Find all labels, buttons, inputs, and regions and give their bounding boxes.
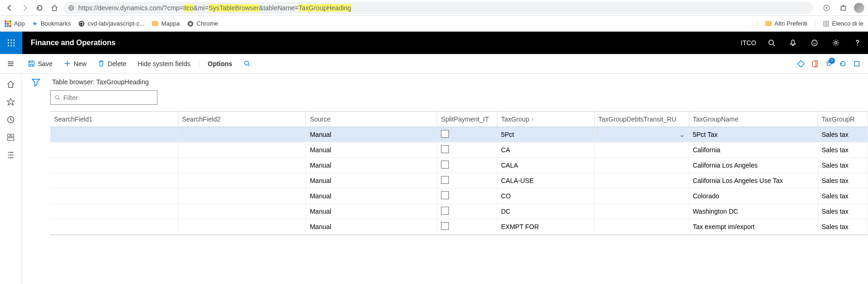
settings-ext-icon[interactable] [821, 2, 833, 14]
cell-taxgroupr[interactable]: Sales tax [818, 173, 868, 189]
cell-source[interactable]: Manual [306, 219, 437, 235]
bookmarks-shortcut[interactable]: ★ Bookmarks [32, 20, 71, 27]
cell-splitpayment[interactable] [437, 219, 497, 235]
mappa-shortcut[interactable]: Mappa [152, 20, 180, 27]
back-button[interactable] [4, 2, 16, 14]
delete-button[interactable]: Delete [93, 54, 131, 74]
cell-searchfield1[interactable] [50, 158, 178, 173]
github-shortcut[interactable]: cvd-lab/javascript-c... [78, 20, 144, 27]
recent-nav-icon[interactable] [7, 115, 15, 124]
column-header[interactable]: TaxGroupDebtsTransit_RU [594, 112, 689, 127]
cell-splitpayment[interactable] [437, 127, 497, 142]
hide-fields-button[interactable]: Hide system fields [133, 54, 195, 74]
chrome-shortcut[interactable]: Chrome [187, 20, 218, 27]
office-icon[interactable] [811, 60, 819, 68]
cell-searchfield2[interactable] [178, 173, 305, 189]
cell-taxgroupname[interactable]: California [689, 142, 818, 158]
forward-button[interactable] [19, 2, 31, 14]
cell-taxgroupname[interactable]: 5Pct Tax [689, 127, 818, 142]
column-header[interactable]: SearchField2 [178, 112, 305, 127]
cell-source[interactable]: Manual [306, 189, 437, 204]
company-code[interactable]: ITCO [736, 39, 761, 47]
nav-toggle[interactable] [0, 54, 21, 74]
cell-taxgroupname[interactable]: California Los Angeles Use Tax [689, 173, 818, 189]
checkbox[interactable] [441, 161, 449, 169]
cell-taxgroupname[interactable]: California Los Angeles [689, 158, 818, 173]
checkbox[interactable] [441, 222, 449, 230]
cell-searchfield2[interactable] [178, 204, 305, 219]
extensions-icon[interactable] [837, 2, 849, 14]
table-row[interactable]: ManualCOColoradoSales tax [50, 189, 868, 204]
cell-taxgroupr[interactable]: Sales tax [818, 219, 868, 235]
cell-debstransit[interactable] [594, 173, 689, 189]
table-row[interactable]: ManualEXMPT FORTax exempt im/exportSales… [50, 219, 868, 235]
cell-taxgroup[interactable]: CA [497, 142, 594, 158]
cell-searchfield2[interactable] [178, 142, 305, 158]
cell-taxgroupr[interactable]: Sales tax [818, 204, 868, 219]
cell-splitpayment[interactable] [437, 142, 497, 158]
cell-debstransit[interactable] [594, 204, 689, 219]
cell-taxgroupr[interactable]: Sales tax [818, 189, 868, 204]
cell-debstransit[interactable] [594, 189, 689, 204]
altri-preferiti[interactable]: Altri Preferiti [765, 20, 807, 27]
feedback-button[interactable] [804, 32, 825, 54]
cell-debstransit[interactable] [594, 219, 689, 235]
cell-searchfield1[interactable] [50, 142, 178, 158]
search-button[interactable] [761, 32, 782, 54]
filter-pane-icon[interactable] [32, 78, 40, 284]
cell-taxgroup[interactable]: 5Pct [497, 127, 594, 142]
cell-taxgroupname[interactable]: Tax exempt im/export [689, 219, 818, 235]
cell-source[interactable]: Manual [306, 204, 437, 219]
workspaces-nav-icon[interactable] [7, 133, 15, 142]
cell-splitpayment[interactable] [437, 189, 497, 204]
column-header[interactable]: SearchField1 [50, 112, 178, 127]
apps-shortcut[interactable]: App [5, 20, 25, 27]
diamond-icon[interactable] [797, 60, 805, 68]
cell-searchfield1[interactable] [50, 127, 178, 142]
cell-searchfield1[interactable] [50, 189, 178, 204]
cell-source[interactable]: Manual [306, 142, 437, 158]
cell-searchfield1[interactable] [50, 219, 178, 235]
new-button[interactable]: New [59, 54, 91, 74]
notifications-button[interactable] [782, 32, 804, 54]
checkbox[interactable] [441, 191, 449, 199]
cell-searchfield2[interactable] [178, 127, 305, 142]
cell-taxgroupr[interactable]: Sales tax [818, 127, 868, 142]
modules-nav-icon[interactable] [7, 151, 15, 159]
cell-debstransit[interactable]: ⌄ [594, 127, 689, 142]
refresh-icon[interactable] [839, 60, 847, 68]
reading-list[interactable]: Elenco di le [823, 20, 863, 27]
cell-taxgroupname[interactable]: Colorado [689, 189, 818, 204]
cell-taxgroup[interactable]: CO [497, 189, 594, 204]
checkbox[interactable] [441, 207, 449, 215]
address-bar[interactable]: https://devenv.dynamics.com/?cmp=itco&mi… [63, 2, 813, 14]
cell-taxgroup[interactable]: EXMPT FOR [497, 219, 594, 235]
popout-icon[interactable] [853, 60, 861, 68]
column-header-sorted[interactable]: TaxGroup↑ [497, 112, 594, 127]
app-launcher[interactable] [0, 32, 22, 54]
table-row[interactable]: ManualCALA-USECalifornia Los Angeles Use… [50, 173, 868, 189]
table-row[interactable]: Manual5Pct⌄5Pct TaxSales tax [50, 127, 868, 142]
home-button[interactable] [48, 2, 61, 14]
cell-debstransit[interactable] [594, 158, 689, 173]
settings-button[interactable] [825, 32, 847, 54]
favorites-nav-icon[interactable] [7, 98, 15, 106]
cell-source[interactable]: Manual [306, 127, 437, 142]
column-header[interactable]: TaxGroupR [818, 112, 868, 127]
cell-searchfield2[interactable] [178, 189, 305, 204]
cell-source[interactable]: Manual [306, 173, 437, 189]
home-nav-icon[interactable] [7, 80, 15, 88]
cell-source[interactable]: Manual [306, 158, 437, 173]
column-header[interactable]: Source [306, 112, 437, 127]
cell-searchfield1[interactable] [50, 204, 178, 219]
options-button[interactable]: Options [203, 54, 237, 74]
reload-button[interactable] [34, 2, 46, 14]
table-row[interactable]: ManualCALACalifornia Los AngelesSales ta… [50, 158, 868, 173]
cell-splitpayment[interactable] [437, 173, 497, 189]
cell-searchfield1[interactable] [50, 173, 178, 189]
cell-searchfield2[interactable] [178, 158, 305, 173]
checkbox[interactable] [441, 176, 449, 184]
checkbox[interactable] [441, 145, 449, 153]
attachments-icon[interactable]: 0 [825, 60, 833, 68]
help-button[interactable] [847, 32, 868, 54]
